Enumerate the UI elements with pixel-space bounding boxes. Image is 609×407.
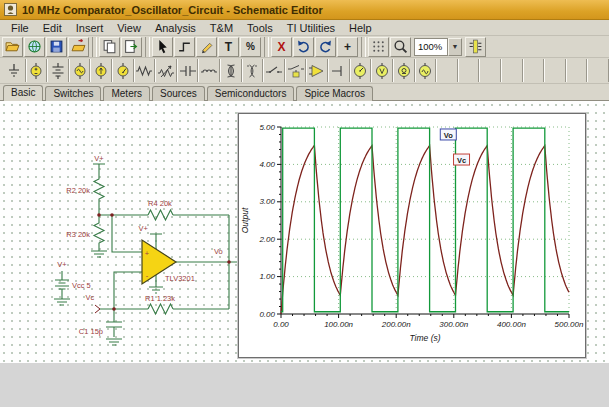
voltage-generator-icon	[71, 62, 89, 80]
transformer-icon	[222, 62, 240, 80]
screenshot: 10 MHz Comparator_Oscillator_Circuit - S…	[0, 0, 609, 407]
menu-bar: FileEditInsertViewAnalysisT&MToolsTI Uti…	[0, 20, 609, 36]
magnifier-icon	[393, 39, 408, 54]
grid-toggle-button[interactable]	[368, 37, 389, 57]
menu-edit[interactable]: Edit	[36, 22, 69, 34]
redo-button[interactable]	[315, 37, 336, 57]
tab-basic[interactable]: Basic	[3, 85, 43, 101]
component-switch-button[interactable]	[263, 59, 285, 82]
component-battery-button[interactable]	[47, 59, 69, 82]
delete-button[interactable]: X	[271, 37, 292, 57]
menu-insert[interactable]: Insert	[69, 22, 111, 34]
tab-meters[interactable]: Meters	[103, 86, 150, 101]
meter-icon	[114, 62, 132, 80]
component-voltage-generator-button[interactable]	[69, 59, 91, 82]
component-oscilloscope-button[interactable]	[415, 59, 437, 82]
chevron-down-icon[interactable]: ▼	[448, 38, 462, 56]
schematic-drawing[interactable]: + - V+ R2 20k R3 20k R4 20k V+ TLV3201 V…	[24, 137, 249, 355]
title-bar[interactable]: 10 MHz Comparator_Oscillator_Circuit - S…	[0, 0, 609, 20]
voltage-source-icon	[27, 62, 45, 80]
component-resistor-button[interactable]	[134, 59, 156, 82]
text-tool-button[interactable]: T	[218, 37, 239, 57]
menu-view[interactable]: View	[110, 22, 148, 34]
svg-text:Vc: Vc	[457, 156, 466, 165]
menu-tools[interactable]: Tools	[240, 22, 280, 34]
paste-button[interactable]	[121, 37, 142, 57]
undo-arrow-icon	[296, 39, 311, 54]
x-tick-label: 200.00n	[381, 320, 411, 329]
vc-connector-icon	[95, 305, 100, 313]
component-voltmeter-button[interactable]	[371, 59, 393, 82]
x-tick-label: 300.00n	[439, 320, 468, 329]
paste-icon	[124, 39, 139, 54]
copy-button[interactable]	[99, 37, 120, 57]
component-ground-button[interactable]	[4, 59, 26, 82]
save-button[interactable]	[46, 37, 67, 57]
component-meter-button[interactable]	[112, 59, 134, 82]
menu-t-m[interactable]: T&M	[203, 22, 240, 34]
menu-help[interactable]: Help	[342, 22, 379, 34]
component-ohmmeter-button[interactable]	[393, 59, 415, 82]
opamp-part-label: TLV3201	[165, 274, 195, 283]
label-tool-button[interactable]: %	[240, 37, 261, 57]
component-inductor-button[interactable]	[198, 59, 220, 82]
component-voltage-source-button[interactable]	[26, 59, 48, 82]
svg-text:Vo: Vo	[444, 131, 453, 140]
component-capacitor-button[interactable]	[177, 59, 199, 82]
undo-button[interactable]	[293, 37, 314, 57]
save-disk-icon	[49, 39, 64, 54]
delete-x-icon: X	[277, 41, 285, 53]
app-icon	[4, 3, 17, 16]
component-empty-slot	[566, 59, 588, 82]
menu-ti-utilities[interactable]: TI Utilities	[280, 22, 342, 34]
component-relay-button[interactable]	[285, 59, 307, 82]
tab-sources[interactable]: Sources	[152, 86, 205, 101]
potentiometer-icon	[157, 62, 175, 80]
crosshair-icon: +	[344, 41, 351, 53]
component-terminator-button[interactable]	[328, 59, 350, 82]
menu-file[interactable]: File	[4, 22, 36, 34]
copy-icon	[102, 39, 117, 54]
component-coupled-inductor-button[interactable]	[242, 59, 264, 82]
tab-semiconductors[interactable]: Semiconductors	[207, 86, 295, 101]
component-ammeter-button[interactable]	[350, 59, 372, 82]
x-axis-title: Time (s)	[409, 333, 440, 343]
terminator-icon	[330, 62, 348, 80]
open-file-button[interactable]	[2, 37, 23, 57]
wire-tool-button[interactable]	[174, 37, 195, 57]
component-current-generator-button[interactable]	[90, 59, 112, 82]
interactive-mode-button[interactable]	[465, 37, 486, 57]
zoom-button[interactable]	[390, 37, 411, 57]
tab-spice-macros[interactable]: Spice Macros	[296, 86, 373, 101]
capacitor-icon	[179, 62, 197, 80]
x-tick-label: 100.00n	[324, 320, 353, 329]
draw-tool-button[interactable]	[196, 37, 217, 57]
zoom-level-select[interactable]: 100% ▼	[414, 38, 462, 56]
globe-icon	[27, 39, 42, 54]
reload-button[interactable]	[24, 37, 45, 57]
select-tool-button[interactable]	[152, 37, 173, 57]
redo-arrow-icon	[318, 39, 333, 54]
fraction-icon: %	[246, 41, 255, 53]
voltmeter-icon	[373, 62, 391, 80]
ground-icon	[5, 62, 23, 80]
tab-switches[interactable]: Switches	[45, 86, 101, 101]
vo-label: Vo	[214, 247, 223, 256]
switch-icon	[265, 62, 283, 80]
component-potentiometer-button[interactable]	[155, 59, 177, 82]
component-transformer-button[interactable]	[220, 59, 242, 82]
chart-grid	[281, 127, 569, 314]
ammeter-icon	[351, 62, 369, 80]
c1-label: C1 15p	[79, 327, 103, 336]
component-opamp-button[interactable]	[306, 59, 328, 82]
toolbar-separator	[92, 37, 97, 57]
resistor-r1	[148, 304, 173, 314]
menu-analysis[interactable]: Analysis	[148, 22, 203, 34]
point-tool-button[interactable]: +	[337, 37, 358, 57]
y-tick-label: 4.00	[259, 160, 275, 169]
component-empty-slot	[458, 59, 480, 82]
schematic-canvas[interactable]: + - V+ R2 20k R3 20k R4 20k V+ TLV3201 V…	[0, 101, 609, 363]
text-tool-icon: T	[225, 41, 232, 53]
export-button[interactable]	[68, 37, 89, 57]
opamp-plus-input-label: +	[145, 249, 150, 258]
